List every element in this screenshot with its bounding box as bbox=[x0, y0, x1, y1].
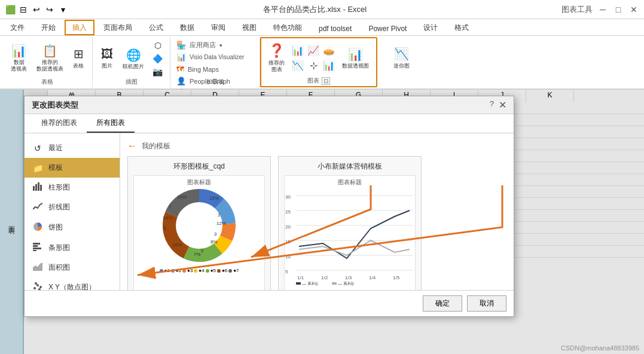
pie-chart-button[interactable]: 🥧 bbox=[322, 44, 336, 57]
visio-icon: 📊 bbox=[176, 53, 186, 62]
recommended-pivot-label: 推荐的数据透视表 bbox=[36, 59, 63, 72]
pivot-chart-icon: 📊 bbox=[348, 47, 363, 62]
svg-text:7%: 7% bbox=[194, 252, 201, 257]
tab-view[interactable]: 视图 bbox=[234, 20, 264, 35]
bing-maps-label: Bing Maps bbox=[188, 66, 219, 73]
sidebar-item-scatter-chart[interactable]: X Y（散点图） bbox=[25, 277, 120, 290]
pivot-chart-label: 数据透视图 bbox=[342, 63, 369, 69]
area-chart-button[interactable]: 📉 bbox=[291, 59, 305, 72]
template-line-preview: 图表标题 30 25 20 15 10 5 bbox=[284, 175, 416, 290]
svg-text:10: 10 bbox=[285, 254, 291, 260]
undo-icon[interactable]: ↩ bbox=[31, 4, 42, 15]
app-store-button[interactable]: 🏪 应用商店 ▾ bbox=[174, 39, 256, 51]
app-store-icon: 🏪 bbox=[176, 41, 186, 50]
scatter-chart-button[interactable]: ⊹ bbox=[306, 59, 321, 72]
waterfall-chart-button[interactable]: 📊 bbox=[322, 59, 336, 72]
sidebar-item-templates[interactable]: 📁 模板 bbox=[25, 158, 120, 178]
legend-label-1: ●1 bbox=[164, 268, 170, 273]
dialog-sidebar: ↺ 最近 📁 模板 柱形图 bbox=[25, 133, 120, 290]
close-icon[interactable]: ✕ bbox=[628, 4, 639, 15]
excel-logo-icon: 🟩 bbox=[5, 4, 16, 15]
tab-special[interactable]: 特色功能 bbox=[265, 20, 310, 35]
smartart-icon: 🔷 bbox=[152, 54, 163, 63]
pivot-table-icon: 📊 bbox=[11, 44, 26, 58]
pictures-button[interactable]: 🖼 图片 bbox=[97, 45, 117, 72]
maximize-icon[interactable]: □ bbox=[613, 4, 624, 15]
visio-label: Visio Data Visualizer bbox=[190, 54, 244, 60]
template-donut-title: 环形图模板_cqd bbox=[173, 161, 225, 172]
svg-text:6: 6 bbox=[163, 225, 166, 231]
dialog-close-button[interactable]: ✕ bbox=[499, 99, 506, 111]
shapes-button[interactable]: ⬡ bbox=[150, 39, 165, 51]
pivot-table-button[interactable]: 📊 数据透视表 bbox=[7, 41, 30, 75]
sidebar-item-line-chart[interactable]: 折线图 bbox=[25, 197, 120, 217]
svg-text:3: 3 bbox=[214, 231, 217, 237]
svg-text:8%: 8% bbox=[210, 239, 218, 245]
sidebar-item-recent[interactable]: ↺ 最近 bbox=[25, 138, 120, 158]
sidebar-item-bar-horizontal[interactable]: 条形图 bbox=[25, 238, 120, 258]
charts-dialog-launcher[interactable]: ⊡ bbox=[322, 77, 330, 85]
screenshot-button[interactable]: 📷 bbox=[150, 66, 165, 78]
tab-design[interactable]: 设计 bbox=[416, 20, 445, 35]
title-bar-left: 🟩 ⊟ ↩ ↪ ▾ bbox=[5, 4, 68, 15]
templates-grid: 环形图模板_cqd 图表标题 bbox=[127, 156, 506, 290]
tab-recommended-charts[interactable]: 推荐的图表 bbox=[32, 114, 87, 133]
window-title: 各平台的品类占比.xlsx - Excel bbox=[263, 4, 367, 15]
sidebar-item-bar-chart[interactable]: 柱形图 bbox=[25, 178, 120, 197]
online-pictures-button[interactable]: 🌐 联机图片 bbox=[119, 45, 148, 72]
smartart-button[interactable]: 🔷 bbox=[150, 53, 165, 65]
tab-all-charts[interactable]: 所有图表 bbox=[87, 114, 135, 133]
sparkline-button[interactable]: 📉 迷你图 bbox=[390, 44, 413, 72]
charts-group-label: 图表 ⊡ bbox=[261, 77, 376, 85]
pivot-chart-button[interactable]: 📊 数据透视图 bbox=[338, 45, 373, 72]
quick-access-dropdown-icon[interactable]: ▾ bbox=[57, 4, 68, 15]
tab-insert[interactable]: 插入 bbox=[65, 20, 94, 35]
svg-text:18%: 18% bbox=[172, 242, 182, 248]
table-icon: ⊞ bbox=[74, 47, 84, 61]
recommended-charts-label: 推荐的图表 bbox=[268, 60, 285, 73]
recommended-charts-button[interactable]: ❓ 推荐的图表 bbox=[265, 41, 288, 75]
tab-file[interactable]: 文件 bbox=[2, 20, 32, 35]
dialog-title: 更改图表类型 bbox=[32, 100, 78, 111]
legend-label-7: ●7 bbox=[233, 268, 239, 273]
ribbon-group-tables: 📊 数据透视表 📋 推荐的数据透视表 ⊞ 表格 表格 bbox=[2, 37, 93, 87]
tab-page-layout[interactable]: 页面布局 bbox=[96, 20, 140, 35]
tab-data[interactable]: 数据 bbox=[172, 20, 202, 35]
svg-text:1/3: 1/3 bbox=[345, 275, 352, 280]
redo-icon[interactable]: ↪ bbox=[44, 4, 55, 15]
online-pictures-label: 联机图片 bbox=[123, 63, 144, 70]
recommended-pivot-button[interactable]: 📋 推荐的数据透视表 bbox=[33, 41, 67, 75]
bing-maps-item[interactable]: 🗺 Bing Maps bbox=[174, 63, 256, 75]
template-card-line[interactable]: 小布新媒体营销模板 图表标题 30 25 20 15 10 bbox=[278, 156, 422, 290]
dialog-help-button[interactable]: ? bbox=[490, 99, 494, 111]
bing-maps-icon: 🗺 bbox=[176, 65, 184, 74]
svg-point-12 bbox=[39, 286, 42, 288]
tab-power-pivot[interactable]: Power Pivot bbox=[361, 22, 414, 35]
bing-maps-button[interactable]: 📊 Visio Data Visualizer bbox=[174, 51, 256, 63]
line-chart-button[interactable]: 📈 bbox=[306, 44, 321, 57]
sidebar-item-pie-chart[interactable]: 饼图 bbox=[25, 217, 120, 238]
illustrations-group-label: 插图 bbox=[93, 78, 170, 86]
tab-formulas[interactable]: 公式 bbox=[141, 20, 171, 35]
sparkline-icon: 📉 bbox=[394, 47, 409, 61]
template-card-donut[interactable]: 环形图模板_cqd 图表标题 bbox=[127, 156, 271, 290]
svg-marker-9 bbox=[33, 263, 42, 271]
legend-item-3: ●3 bbox=[182, 268, 193, 273]
line-chart-svg: 30 25 20 15 10 5 bbox=[284, 187, 416, 285]
tab-format[interactable]: 格式 bbox=[447, 20, 477, 35]
dialog-ok-button[interactable]: 确定 bbox=[423, 295, 462, 312]
bar-chart-button[interactable]: 📊 bbox=[291, 44, 305, 57]
tab-pdf[interactable]: pdf toolset bbox=[311, 22, 359, 35]
sidebar-item-area-chart[interactable]: 面积图 bbox=[25, 258, 120, 277]
legend-item-6: ●6 bbox=[217, 268, 227, 273]
tab-home[interactable]: 开始 bbox=[33, 20, 63, 35]
table-button[interactable]: ⊞ 表格 bbox=[69, 44, 87, 72]
template-donut-preview: 图表标题 bbox=[133, 175, 265, 290]
svg-text:20: 20 bbox=[285, 224, 291, 230]
save-icon[interactable]: ⊟ bbox=[18, 4, 29, 15]
legend-dot-7 bbox=[228, 269, 232, 273]
minimize-icon[interactable]: ─ bbox=[597, 4, 608, 15]
dialog-cancel-button[interactable]: 取消 bbox=[467, 295, 506, 312]
svg-text:— 系列1: — 系列1 bbox=[302, 282, 318, 285]
tab-review[interactable]: 审阅 bbox=[203, 20, 233, 35]
